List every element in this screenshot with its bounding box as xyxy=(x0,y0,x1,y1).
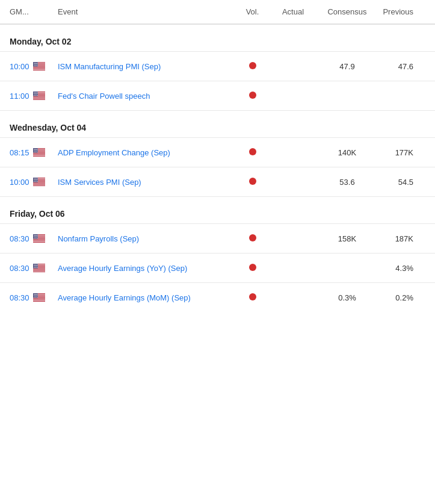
vol-dot xyxy=(249,264,256,271)
svg-rect-82 xyxy=(33,154,45,154)
svg-point-64 xyxy=(37,93,38,94)
day-header: Monday, Oct 02 xyxy=(10,37,425,46)
svg-rect-48 xyxy=(33,99,45,99)
svg-point-55 xyxy=(37,92,38,93)
svg-point-205 xyxy=(35,265,35,266)
svg-point-170 xyxy=(37,235,37,236)
event-row[interactable]: 08:15 xyxy=(0,138,435,167)
svg-point-67 xyxy=(35,95,36,95)
svg-point-18 xyxy=(37,63,38,63)
svg-point-238 xyxy=(35,294,35,294)
event-time: 08:15 xyxy=(10,148,58,157)
svg-point-89 xyxy=(34,149,35,149)
event-name[interactable]: Fed's Chair Powell speech xyxy=(58,92,236,101)
event-vol xyxy=(236,293,269,302)
svg-point-146 xyxy=(36,181,37,182)
svg-rect-121 xyxy=(33,184,45,185)
svg-point-34 xyxy=(35,66,35,66)
svg-point-219 xyxy=(35,267,35,268)
svg-point-32 xyxy=(33,66,34,66)
svg-point-162 xyxy=(33,235,34,235)
svg-point-59 xyxy=(37,93,37,93)
header-previous: Previous xyxy=(377,7,425,16)
svg-point-90 xyxy=(35,149,35,149)
svg-point-69 xyxy=(33,95,34,96)
svg-point-201 xyxy=(35,264,35,265)
svg-rect-11 xyxy=(33,69,45,70)
svg-point-176 xyxy=(34,237,34,238)
svg-point-144 xyxy=(34,181,35,182)
svg-point-143 xyxy=(33,181,34,182)
svg-point-14 xyxy=(33,63,34,63)
event-row[interactable]: 08:30 xyxy=(0,254,435,283)
svg-point-131 xyxy=(35,179,35,179)
svg-rect-155 xyxy=(33,239,45,240)
svg-rect-157 xyxy=(33,240,45,241)
event-row[interactable]: 08:30 xyxy=(0,283,435,312)
header-consensus: Consensus xyxy=(317,7,377,16)
event-name[interactable]: ISM Services PMI (Sep) xyxy=(58,178,236,187)
header-actual: Actual xyxy=(269,7,317,16)
event-row[interactable]: 08:30 xyxy=(0,224,435,254)
event-time: 10:00 xyxy=(10,178,58,187)
svg-point-243 xyxy=(35,294,36,295)
event-row[interactable]: 10:00 xyxy=(0,167,435,197)
header-gmt: GM... xyxy=(10,7,58,16)
vol-dot xyxy=(249,148,256,155)
svg-rect-44 xyxy=(33,96,45,97)
svg-point-61 xyxy=(34,93,35,94)
svg-point-109 xyxy=(36,152,37,152)
svg-point-140 xyxy=(35,181,35,181)
svg-point-255 xyxy=(34,297,35,297)
svg-rect-196 xyxy=(33,271,45,272)
svg-point-58 xyxy=(35,93,36,93)
vol-dot xyxy=(249,178,256,185)
svg-point-35 xyxy=(36,66,37,66)
svg-point-73 xyxy=(37,95,38,96)
svg-point-31 xyxy=(37,65,37,66)
event-previous: 187K xyxy=(377,234,425,243)
svg-rect-120 xyxy=(33,184,45,184)
svg-rect-46 xyxy=(33,98,45,98)
svg-point-17 xyxy=(36,63,37,63)
event-time: 08:30 xyxy=(10,264,58,273)
svg-rect-9 xyxy=(33,68,45,69)
svg-point-72 xyxy=(36,95,37,96)
event-vol xyxy=(236,91,269,101)
event-name[interactable]: ADP Employment Change (Sep) xyxy=(58,148,236,157)
time-text: 08:15 xyxy=(10,148,29,157)
svg-point-128 xyxy=(36,178,37,179)
event-name[interactable]: Average Hourly Earnings (YoY) (Sep) xyxy=(58,264,236,273)
economic-calendar: GM... Event Vol. Actual Consensus Previo… xyxy=(0,0,435,312)
svg-point-68 xyxy=(37,95,37,95)
svg-point-239 xyxy=(36,294,37,294)
day-section: Monday, Oct 02 xyxy=(0,25,435,52)
svg-point-30 xyxy=(35,65,36,66)
event-consensus: 158K xyxy=(317,234,377,243)
svg-point-253 xyxy=(37,296,37,297)
svg-point-237 xyxy=(34,294,35,294)
event-name[interactable]: ISM Manufacturing PMI (Sep) xyxy=(58,62,236,71)
svg-point-92 xyxy=(37,149,38,149)
svg-point-240 xyxy=(37,294,38,294)
svg-point-166 xyxy=(37,235,38,235)
svg-point-106 xyxy=(33,152,34,152)
svg-point-133 xyxy=(37,179,37,179)
event-row[interactable]: 11:00 xyxy=(0,81,435,111)
event-name[interactable]: Average Hourly Earnings (MoM) (Sep) xyxy=(58,293,236,302)
svg-point-21 xyxy=(35,63,36,64)
svg-point-220 xyxy=(36,267,37,268)
svg-point-51 xyxy=(33,92,34,93)
svg-point-251 xyxy=(35,296,35,297)
svg-rect-159 xyxy=(33,241,45,242)
time-text: 08:30 xyxy=(10,234,29,243)
svg-point-138 xyxy=(37,179,38,180)
event-row[interactable]: 10:00 xyxy=(0,52,435,81)
svg-rect-197 xyxy=(33,272,45,272)
svg-point-24 xyxy=(34,64,35,64)
event-name[interactable]: Nonfarm Payrolls (Sep) xyxy=(58,234,236,243)
svg-point-108 xyxy=(35,152,35,152)
svg-point-145 xyxy=(35,181,35,182)
svg-point-99 xyxy=(35,150,35,151)
time-text: 08:30 xyxy=(10,264,29,273)
